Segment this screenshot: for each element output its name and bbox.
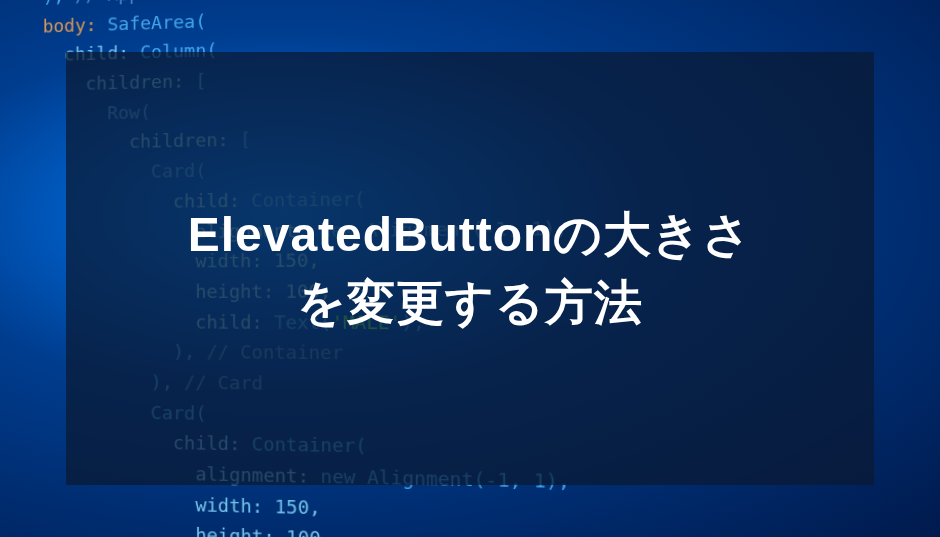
title-text: ElevatedButtonの大きさ を変更する方法: [188, 201, 752, 335]
title-line-1: ElevatedButtonの大きさ: [188, 208, 752, 261]
title-overlay: ElevatedButtonの大きさ を変更する方法: [66, 52, 874, 485]
title-line-2: を変更する方法: [297, 276, 643, 329]
